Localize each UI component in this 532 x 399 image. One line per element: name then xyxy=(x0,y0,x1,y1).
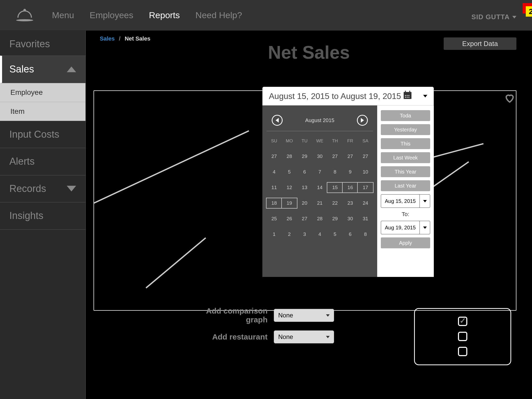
breadcrumb-current: Net Sales xyxy=(125,35,150,42)
chart-line xyxy=(145,237,206,289)
svg-rect-2 xyxy=(405,91,406,92)
sidebar-item-records[interactable]: Records xyxy=(0,175,85,203)
chevron-up-icon xyxy=(67,66,76,72)
nav-reports[interactable]: Reports xyxy=(149,10,180,20)
calendar-day[interactable]: 16 xyxy=(343,183,358,192)
calendar-day[interactable]: 28 xyxy=(312,216,328,222)
legend-checkbox-1[interactable] xyxy=(458,317,467,326)
svg-rect-9 xyxy=(407,97,408,98)
calendar-day[interactable]: 20 xyxy=(297,200,312,206)
preset-yesterday[interactable]: Yesterday xyxy=(381,124,430,135)
preset-this-week[interactable]: This xyxy=(381,138,430,149)
legend-box xyxy=(414,308,511,365)
preset-last-week[interactable]: Last Week xyxy=(381,152,430,163)
nav-menu[interactable]: Menu xyxy=(52,10,74,20)
calendar-day[interactable]: 4 xyxy=(312,231,328,237)
logo-icon[interactable] xyxy=(16,9,34,22)
calendar-day[interactable]: 27 xyxy=(327,154,343,159)
sidebar-item-insights[interactable]: Insights xyxy=(0,202,85,230)
legend-checkbox-3[interactable] xyxy=(458,347,467,356)
date-range-display[interactable]: August 15, 2015 to August 19, 2015 xyxy=(262,87,434,105)
heart-icon[interactable] xyxy=(504,93,515,103)
calendar-day[interactable]: 4 xyxy=(267,169,282,175)
calendar-day[interactable]: 29 xyxy=(297,154,312,159)
calendar-day[interactable]: 15 xyxy=(327,183,343,192)
calendar-day[interactable]: 30 xyxy=(312,154,328,159)
calendar-day[interactable]: 27 xyxy=(267,154,282,159)
svg-rect-10 xyxy=(408,97,409,98)
nav-help[interactable]: Need Help? xyxy=(195,10,242,20)
apply-button[interactable]: Apply xyxy=(381,237,430,248)
calendar-day[interactable]: 13 xyxy=(297,185,312,190)
calendar-day[interactable]: 21 xyxy=(312,200,328,206)
calendar-day[interactable]: 10 xyxy=(358,169,373,175)
calendar-day[interactable]: 12 xyxy=(282,185,297,190)
date-picker: August 2015 SUMOTUWETHFRSA27282930272727… xyxy=(262,105,434,277)
sidebar: Favorites Sales Employee Item Input Cost… xyxy=(0,31,86,399)
calendar-day[interactable]: 29 xyxy=(327,216,343,222)
calendar-day[interactable]: 2 xyxy=(282,231,297,237)
legend-checkbox-2[interactable] xyxy=(458,332,467,341)
calendar-icon xyxy=(402,90,413,102)
calendar-day[interactable]: 3 xyxy=(297,231,312,237)
next-month-button[interactable] xyxy=(357,115,368,126)
calendar-day[interactable]: 1 xyxy=(267,231,282,237)
calendar-day[interactable]: 14 xyxy=(312,185,328,190)
sidebar-item-input-costs[interactable]: Input Costs xyxy=(0,121,85,148)
calendar-day-header: TH xyxy=(327,138,343,144)
sidebar-item-sales[interactable]: Sales xyxy=(0,56,85,83)
calendar-day[interactable]: 6 xyxy=(343,231,358,237)
calendar-day[interactable]: 9 xyxy=(343,169,358,175)
caret-down-icon xyxy=(512,16,516,18)
calendar-day[interactable]: 5 xyxy=(282,169,297,175)
comparison-label: Add comparison graph xyxy=(184,307,268,324)
calendar-day[interactable]: 18 xyxy=(267,198,282,208)
calendar-day[interactable]: 28 xyxy=(282,154,297,159)
preset-this-year[interactable]: This Year xyxy=(381,166,430,177)
calendar-day[interactable]: 26 xyxy=(282,216,297,222)
user-menu[interactable]: SID GUTTA xyxy=(471,13,516,21)
main-nav: Menu Employees Reports Need Help? xyxy=(52,10,242,20)
calendar-day[interactable]: 11 xyxy=(267,185,282,190)
export-button[interactable]: Export Data xyxy=(444,37,516,50)
calendar-day[interactable]: 5 xyxy=(327,231,343,237)
calendar-day[interactable]: 8 xyxy=(327,169,343,175)
calendar-day[interactable]: 25 xyxy=(267,216,282,222)
svg-rect-8 xyxy=(405,97,406,98)
calendar-day[interactable]: 27 xyxy=(358,154,373,159)
sidebar-sub-employee[interactable]: Employee xyxy=(0,83,85,102)
from-date-dropdown[interactable]: Aug 15, 2015 xyxy=(381,194,430,208)
calendar-day[interactable]: 27 xyxy=(297,216,312,222)
calendar-day-header: TU xyxy=(297,138,312,144)
calendar-day[interactable]: 8 xyxy=(358,231,373,237)
preset-today[interactable]: Toda xyxy=(381,110,430,121)
calendar-day[interactable]: 6 xyxy=(297,169,312,175)
calendar-day-header: SU xyxy=(267,138,282,144)
calendar-day[interactable]: 17 xyxy=(358,183,373,192)
sidebar-item-alerts[interactable]: Alerts xyxy=(0,148,85,175)
restaurant-dropdown[interactable]: None xyxy=(274,330,334,343)
calendar-day[interactable]: 19 xyxy=(282,198,297,208)
preset-last-year[interactable]: Last Year xyxy=(381,180,430,191)
calendar-day[interactable]: 31 xyxy=(358,216,373,222)
caret-down-icon xyxy=(420,195,430,208)
to-date-dropdown[interactable]: Aug 19, 2015 xyxy=(381,221,430,234)
breadcrumb-root[interactable]: Sales xyxy=(100,35,115,42)
calendar-day[interactable]: 27 xyxy=(343,154,358,159)
calendar-day[interactable]: 22 xyxy=(327,200,343,206)
comparison-dropdown[interactable]: None xyxy=(274,309,334,322)
nav-employees[interactable]: Employees xyxy=(90,10,133,20)
chart-controls: Add comparison graph None Add restaurant… xyxy=(184,307,334,350)
sidebar-sub-item[interactable]: Item xyxy=(0,102,85,121)
chart-line xyxy=(93,130,249,204)
calendar-day[interactable]: 23 xyxy=(343,200,358,206)
prev-month-button[interactable] xyxy=(272,115,283,126)
calendar-day[interactable]: 24 xyxy=(358,200,373,206)
caret-down-icon xyxy=(326,336,330,338)
main-content: Sales / Net Sales Net Sales Export Data … xyxy=(86,31,532,399)
calendar-day[interactable]: 30 xyxy=(343,216,358,222)
svg-rect-1 xyxy=(404,92,411,94)
calendar-day[interactable]: 7 xyxy=(312,169,328,175)
user-name: SID GUTTA xyxy=(471,13,510,21)
calendar-grid: SUMOTUWETHFRSA27282930272727456789101112… xyxy=(267,138,373,237)
